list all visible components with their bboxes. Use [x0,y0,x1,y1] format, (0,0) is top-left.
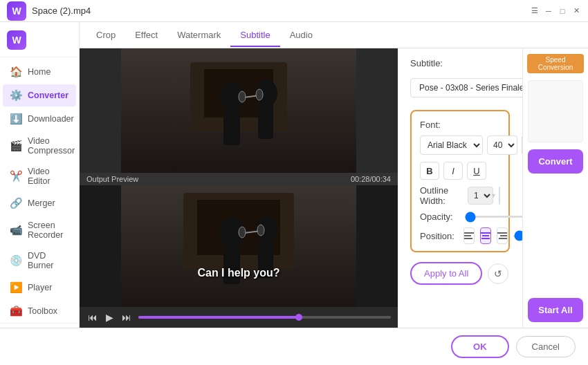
dvd-burner-icon: 💿 [10,254,22,267]
screen-recorder-icon: 📹 [10,224,22,236]
tab-subtitle[interactable]: Subtitle [230,24,279,47]
bold-btn[interactable]: B [420,162,439,180]
cancel-btn[interactable]: Cancel [516,336,576,357]
sidebar: W 🏠 Home ⚙️ Converter ⬇️ Downloader 🎬 Vi… [0,22,80,328]
svg-point-10 [256,89,263,100]
sidebar-label-toolbox: Toolbox [28,306,57,316]
window-controls[interactable]: ☰ ─ □ ✕ [530,6,581,16]
sidebar-item-merger[interactable]: 🔗 Merger [3,192,76,214]
svg-rect-30 [497,232,507,234]
toolbox-icon: 🧰 [10,305,22,317]
tab-crop[interactable]: Crop [86,24,125,47]
subtitle-select-row: Subtitle: [410,58,510,68]
convert-btn[interactable]: Convert [528,149,583,174]
svg-rect-26 [464,238,472,239]
skip-back-btn[interactable]: ⏮ [86,310,99,324]
video-top-frame [80,48,398,173]
font-size-select[interactable]: 40 [487,135,517,155]
video-bottom-frame [80,185,398,307]
tab-effect[interactable]: Effect [125,24,167,47]
refresh-icon: ↺ [494,268,502,279]
minimize-icon[interactable]: ─ [544,6,553,16]
svg-rect-31 [500,235,507,236]
right-sidebar: Speed Conversion Convert Start All [522,48,588,328]
font-section: Font: Arial Black 40 ▼ [410,110,510,252]
subtitle-dropdown[interactable]: Pose - 03x08 - Series Finale Part 2.WE [410,78,522,97]
merger-icon: 🔗 [10,197,22,209]
player-icon: ▶️ [10,281,22,294]
position-right-btn[interactable] [497,227,508,244]
start-all-btn[interactable]: Start All [528,298,583,322]
menu-icon[interactable]: ☰ [530,6,540,16]
font-name-select[interactable]: Arial Black [420,135,483,155]
output-label-text: Output Preview [86,175,138,183]
content-panels: Output Preview 00:28/00:34 [80,48,588,328]
sidebar-label-converter: Converter [28,91,68,100]
position-slider[interactable] [513,235,522,237]
video-bottom: Can I help you? [80,185,398,307]
video-panel: Output Preview 00:28/00:34 [80,48,398,328]
video-controls: ⏮ ▶ ⏭ [80,307,398,328]
font-section-label: Font: [420,120,500,130]
opacity-slider[interactable] [465,216,522,218]
content-area: Crop Effect Watermark Subtitle Audio [80,22,588,328]
settings-panel: Subtitle: Pose - 03x08 - Series Finale P… [398,48,522,328]
outline-color-picker[interactable]: ▼ [499,187,500,205]
svg-rect-28 [482,235,489,236]
subtitle-display: Can I help you? [197,267,279,279]
apply-to-all-btn[interactable]: Apply to All [410,262,482,285]
outline-width-label: Outline Width: [420,185,462,206]
sidebar-item-converter[interactable]: ⚙️ Converter [3,84,76,106]
position-center-btn[interactable] [480,227,491,244]
svg-rect-29 [481,238,490,239]
bottom-bar: OK Cancel [0,328,588,365]
format-buttons-row: B I U [420,162,500,180]
italic-btn[interactable]: I [443,162,463,180]
close-icon[interactable]: ✕ [571,6,581,16]
downloader-icon: ⬇️ [10,113,22,125]
svg-rect-27 [481,232,490,234]
refresh-btn[interactable]: ↺ [488,263,508,284]
subtitle-label: Subtitle: [410,58,443,68]
position-row: Position: [420,227,500,244]
sidebar-item-toolbox[interactable]: 🧰 Toolbox [3,300,76,322]
sidebar-label-player: Player [28,283,52,292]
tab-audio[interactable]: Audio [280,24,322,47]
sidebar-label-dvd-burner: DVD Burner [28,251,69,270]
speed-conversion-badge: Speed Conversion [527,54,584,73]
align-center-icon [481,232,490,240]
converter-icon: ⚙️ [10,89,22,102]
tab-watermark[interactable]: Watermark [167,24,230,47]
progress-bar[interactable] [138,316,391,319]
titlebar: W Space (2).mp4 ☰ ─ □ ✕ [0,0,588,22]
sidebar-item-player[interactable]: ▶️ Player [3,277,76,299]
svg-point-9 [239,91,246,102]
video-top [80,48,398,173]
outline-width-select[interactable]: 1 [468,187,493,205]
svg-rect-24 [464,232,474,234]
sidebar-item-downloader[interactable]: ⬇️ Downloader [3,108,76,130]
sidebar-bottom: ❓ 🔔 🔄 [0,323,79,328]
play-btn[interactable]: ▶ [104,310,115,324]
sidebar-item-screen-recorder[interactable]: 📹 Screen Recorder [3,216,76,245]
sidebar-item-home[interactable]: 🏠 Home [3,61,76,83]
sidebar-label-downloader: Downloader [28,114,74,124]
align-left-icon [464,232,474,240]
ok-btn[interactable]: OK [451,335,509,358]
skip-forward-btn[interactable]: ⏭ [120,310,133,324]
font-row: Arial Black 40 ▼ [420,135,500,155]
position-left-btn[interactable] [463,227,475,244]
sidebar-label-video-compressor: Video Compressor [28,136,75,156]
video-compressor-icon: 🎬 [10,140,22,152]
file-preview-area [528,80,583,142]
maximize-icon[interactable]: □ [558,6,567,16]
underline-btn[interactable]: U [467,162,486,180]
sidebar-label-merger: Merger [28,198,55,208]
logo-icon: W [7,30,26,50]
sidebar-label-home: Home [28,67,50,77]
video-timestamp: 00:28/00:34 [351,175,391,183]
sidebar-item-video-editor[interactable]: ✂️ Video Editor [3,162,76,191]
sidebar-item-video-compressor[interactable]: 🎬 Video Compressor [3,131,76,160]
position-label: Position: [420,231,458,241]
sidebar-item-dvd-burner[interactable]: 💿 DVD Burner [3,246,76,275]
